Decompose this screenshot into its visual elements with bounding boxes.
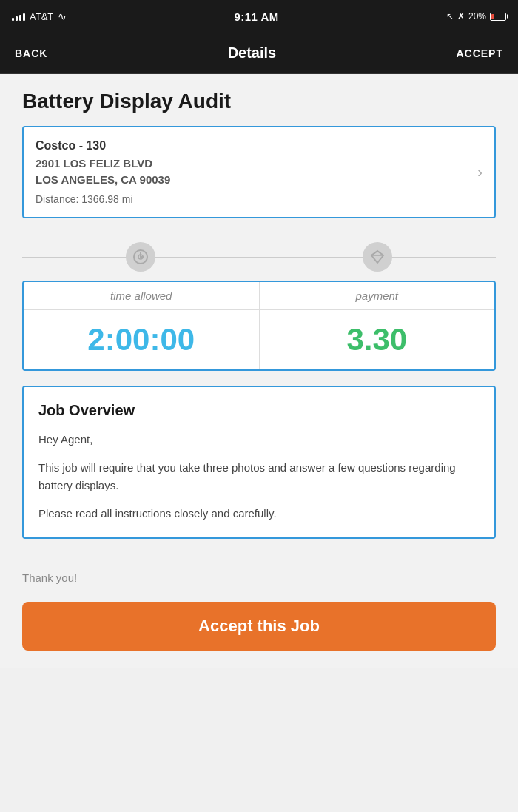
time-allowed-label: time allowed [24,282,260,309]
info-values: 2:00:00 3.30 [24,310,494,369]
status-right: ↖ ✗ 20% [446,11,506,21]
time-value: 2:00:00 [24,310,260,369]
page-title: Details [228,44,277,61]
overview-greeting: Hey Agent, [38,431,480,449]
location-arrow-icon: ↖ [446,11,454,21]
back-button[interactable]: BACK [15,47,47,59]
overview-paragraph3: Please read all instructions closely and… [38,505,480,523]
carrier-label: AT&T [30,11,53,22]
bluetooth-icon: ✗ [457,11,465,21]
accept-nav-button[interactable]: ACCEPT [456,47,503,59]
nav-bar: BACK Details ACCEPT [0,33,518,74]
accept-button-container: Accept this Job [0,590,518,668]
wifi-icon: ∿ [58,10,67,22]
overview-box: Job Overview Hey Agent, This job will re… [22,386,496,539]
status-bar: AT&T ∿ 9:11 AM ↖ ✗ 20% [0,0,518,33]
status-left: AT&T ∿ [12,10,67,22]
svg-line-6 [371,251,377,255]
svg-line-7 [377,251,383,255]
location-address-line1: 2901 LOS FELIZ BLVD [36,155,457,172]
overview-paragraph2: This job will require that you take thre… [38,459,480,494]
location-address-line2: LOS ANGELES, CA 90039 [36,172,457,189]
chevron-right-icon: › [477,164,482,181]
overview-title: Job Overview [38,402,480,419]
payment-label: payment [260,282,495,309]
job-title: Battery Display Audit [22,89,496,114]
location-distance: Distance: 1366.98 mi [36,193,457,205]
svg-marker-4 [371,251,383,263]
info-section: time allowed payment 2:00:00 3.30 [22,281,496,371]
diamond-icon [363,242,392,272]
clock-icon [126,242,155,272]
location-name: Costco - 130 [36,139,457,152]
signal-icon [12,12,25,21]
info-labels: time allowed payment [24,282,494,310]
clock: 9:11 AM [234,10,278,23]
payment-value: 3.30 [260,310,495,369]
icons-row [22,233,496,281]
partial-text: Thank you! [0,566,518,590]
location-box[interactable]: Costco - 130 2901 LOS FELIZ BLVD LOS ANG… [22,126,496,218]
main-content: Battery Display Audit Costco - 130 2901 … [0,74,518,566]
battery-icon [490,13,506,21]
battery-percent: 20% [468,11,486,21]
accept-job-button[interactable]: Accept this Job [22,602,496,651]
